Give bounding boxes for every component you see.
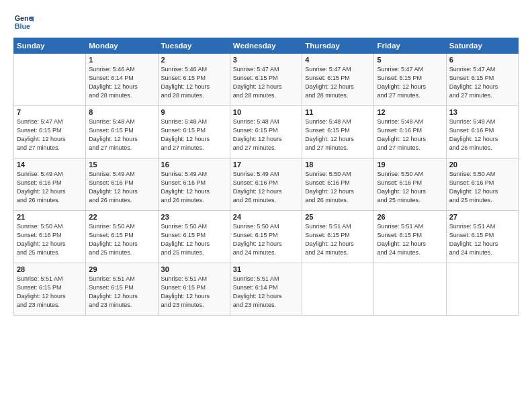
day-number: 5 [377,56,443,64]
day-info: Sunrise: 5:47 AM Sunset: 6:15 PM Dayligh… [17,118,83,152]
calendar-week-row: 28Sunrise: 5:51 AM Sunset: 6:15 PM Dayli… [14,263,519,316]
day-info: Sunrise: 5:51 AM Sunset: 6:14 PM Dayligh… [233,275,299,310]
day-info: Sunrise: 5:50 AM Sunset: 6:16 PM Dayligh… [377,170,443,205]
calendar-cell: 12Sunrise: 5:48 AM Sunset: 6:16 PM Dayli… [374,106,446,158]
day-info: Sunrise: 5:47 AM Sunset: 6:15 PM Dayligh… [233,65,299,100]
day-number: 2 [161,56,227,64]
day-number: 9 [161,108,227,116]
day-info: Sunrise: 5:47 AM Sunset: 6:15 PM Dayligh… [449,65,515,100]
day-number: 6 [449,56,515,64]
calendar-cell [14,54,86,106]
day-number: 22 [89,213,154,221]
calendar-cell: 5Sunrise: 5:47 AM Sunset: 6:15 PM Daylig… [374,54,446,106]
weekday-header: Friday [374,38,446,54]
calendar-cell: 25Sunrise: 5:51 AM Sunset: 6:15 PM Dayli… [302,211,374,263]
calendar-cell: 11Sunrise: 5:48 AM Sunset: 6:15 PM Dayli… [302,106,374,158]
day-info: Sunrise: 5:48 AM Sunset: 6:15 PM Dayligh… [305,118,371,152]
calendar-week-row: 1Sunrise: 5:46 AM Sunset: 6:14 PM Daylig… [14,54,519,106]
calendar-cell: 26Sunrise: 5:51 AM Sunset: 6:15 PM Dayli… [374,211,446,263]
calendar-cell: 27Sunrise: 5:51 AM Sunset: 6:15 PM Dayli… [446,211,518,263]
calendar-cell: 10Sunrise: 5:48 AM Sunset: 6:15 PM Dayli… [230,106,302,158]
header: General Blue [13,12,519,32]
day-number: 21 [17,213,83,221]
day-info: Sunrise: 5:49 AM Sunset: 6:16 PM Dayligh… [89,170,154,205]
day-number: 8 [89,108,154,116]
day-info: Sunrise: 5:51 AM Sunset: 6:15 PM Dayligh… [89,275,154,310]
calendar-cell: 31Sunrise: 5:51 AM Sunset: 6:14 PM Dayli… [230,263,302,316]
day-number: 14 [17,161,83,169]
day-number: 11 [305,108,371,116]
day-info: Sunrise: 5:48 AM Sunset: 6:15 PM Dayligh… [89,118,154,152]
day-number: 15 [89,161,154,169]
calendar-cell: 7Sunrise: 5:47 AM Sunset: 6:15 PM Daylig… [14,106,86,158]
day-number: 31 [233,265,299,273]
weekday-header: Tuesday [158,38,230,54]
day-number: 23 [161,213,227,221]
calendar-page: General Blue SundayMondayTuesdayWednesda… [0,0,532,411]
day-info: Sunrise: 5:48 AM Sunset: 6:15 PM Dayligh… [233,118,299,152]
day-number: 12 [377,108,443,116]
weekday-header: Saturday [446,38,518,54]
day-number: 3 [233,56,299,64]
day-info: Sunrise: 5:50 AM Sunset: 6:15 PM Dayligh… [233,222,299,257]
weekday-header: Thursday [302,38,374,54]
day-number: 30 [161,265,227,273]
day-info: Sunrise: 5:49 AM Sunset: 6:16 PM Dayligh… [161,170,227,205]
day-info: Sunrise: 5:51 AM Sunset: 6:15 PM Dayligh… [377,222,443,257]
calendar-cell: 14Sunrise: 5:49 AM Sunset: 6:16 PM Dayli… [14,158,86,211]
calendar-cell: 16Sunrise: 5:49 AM Sunset: 6:16 PM Dayli… [158,158,230,211]
calendar-cell: 22Sunrise: 5:50 AM Sunset: 6:15 PM Dayli… [86,211,158,263]
calendar-cell [446,263,518,316]
day-number: 7 [17,108,83,116]
calendar-week-row: 14Sunrise: 5:49 AM Sunset: 6:16 PM Dayli… [14,158,519,211]
day-number: 18 [305,161,371,169]
day-number: 25 [305,213,371,221]
calendar-cell [302,263,374,316]
day-number: 24 [233,213,299,221]
day-number: 19 [377,161,443,169]
calendar-cell: 20Sunrise: 5:50 AM Sunset: 6:16 PM Dayli… [446,158,518,211]
calendar-cell: 15Sunrise: 5:49 AM Sunset: 6:16 PM Dayli… [86,158,158,211]
day-info: Sunrise: 5:51 AM Sunset: 6:15 PM Dayligh… [17,275,83,310]
calendar-cell: 1Sunrise: 5:46 AM Sunset: 6:14 PM Daylig… [86,54,158,106]
day-info: Sunrise: 5:50 AM Sunset: 6:16 PM Dayligh… [305,170,371,205]
day-info: Sunrise: 5:49 AM Sunset: 6:16 PM Dayligh… [233,170,299,205]
calendar-cell: 2Sunrise: 5:46 AM Sunset: 6:15 PM Daylig… [158,54,230,106]
day-info: Sunrise: 5:49 AM Sunset: 6:16 PM Dayligh… [17,170,83,205]
calendar-table: SundayMondayTuesdayWednesdayThursdayFrid… [13,38,519,316]
calendar-cell: 13Sunrise: 5:49 AM Sunset: 6:16 PM Dayli… [446,106,518,158]
calendar-body: 1Sunrise: 5:46 AM Sunset: 6:14 PM Daylig… [14,54,519,316]
calendar-cell [374,263,446,316]
day-number: 17 [233,161,299,169]
day-number: 10 [233,108,299,116]
day-number: 16 [161,161,227,169]
calendar-cell: 19Sunrise: 5:50 AM Sunset: 6:16 PM Dayli… [374,158,446,211]
calendar-cell: 28Sunrise: 5:51 AM Sunset: 6:15 PM Dayli… [14,263,86,316]
calendar-week-row: 21Sunrise: 5:50 AM Sunset: 6:16 PM Dayli… [14,211,519,263]
day-info: Sunrise: 5:47 AM Sunset: 6:15 PM Dayligh… [377,65,443,100]
calendar-header: SundayMondayTuesdayWednesdayThursdayFrid… [14,38,519,54]
day-number: 29 [89,265,154,273]
calendar-cell: 29Sunrise: 5:51 AM Sunset: 6:15 PM Dayli… [86,263,158,316]
day-number: 28 [17,265,83,273]
svg-text:Blue: Blue [15,22,30,30]
calendar-week-row: 7Sunrise: 5:47 AM Sunset: 6:15 PM Daylig… [14,106,519,158]
calendar-cell: 23Sunrise: 5:50 AM Sunset: 6:15 PM Dayli… [158,211,230,263]
day-number: 20 [449,161,515,169]
day-info: Sunrise: 5:47 AM Sunset: 6:15 PM Dayligh… [305,65,371,100]
day-info: Sunrise: 5:51 AM Sunset: 6:15 PM Dayligh… [305,222,371,257]
calendar-cell: 3Sunrise: 5:47 AM Sunset: 6:15 PM Daylig… [230,54,302,106]
day-number: 13 [449,108,515,116]
day-number: 27 [449,213,515,221]
day-number: 26 [377,213,443,221]
calendar-cell: 21Sunrise: 5:50 AM Sunset: 6:16 PM Dayli… [14,211,86,263]
calendar-cell: 8Sunrise: 5:48 AM Sunset: 6:15 PM Daylig… [86,106,158,158]
weekday-header: Wednesday [230,38,302,54]
weekday-header: Monday [86,38,158,54]
calendar-cell: 30Sunrise: 5:51 AM Sunset: 6:15 PM Dayli… [158,263,230,316]
calendar-cell: 24Sunrise: 5:50 AM Sunset: 6:15 PM Dayli… [230,211,302,263]
calendar-cell: 9Sunrise: 5:48 AM Sunset: 6:15 PM Daylig… [158,106,230,158]
logo-icon: General Blue [13,12,34,32]
day-info: Sunrise: 5:46 AM Sunset: 6:15 PM Dayligh… [161,65,227,100]
calendar-cell: 18Sunrise: 5:50 AM Sunset: 6:16 PM Dayli… [302,158,374,211]
